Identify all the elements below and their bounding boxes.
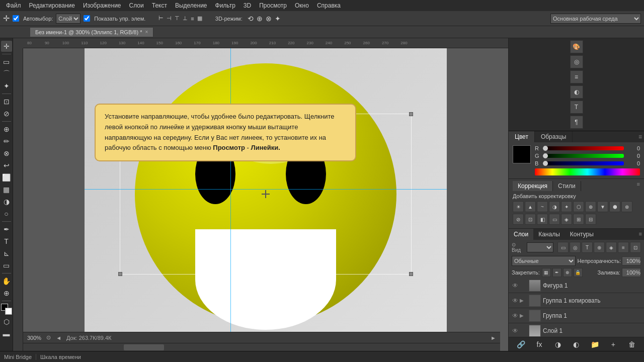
timeline-label[interactable]: Шкала времени xyxy=(36,354,81,360)
threshold-icon[interactable]: ◧ xyxy=(537,214,548,225)
green-slider[interactable] xyxy=(543,154,624,158)
channels-tab[interactable]: Каналы xyxy=(533,229,565,240)
posterize-icon[interactable]: ⊡ xyxy=(525,214,536,225)
spectrum-bar[interactable] xyxy=(535,168,640,175)
layers-icon[interactable]: ≡ xyxy=(570,70,583,83)
menu-window[interactable]: Окно xyxy=(291,1,313,10)
invert-icon[interactable]: ⊘ xyxy=(513,214,524,225)
layer-expand-icon[interactable]: ▶ xyxy=(520,313,527,318)
vibrance-icon[interactable]: ✦ xyxy=(561,201,572,212)
menu-select[interactable]: Выделение xyxy=(171,1,211,10)
magic-wand-tool[interactable]: ✦ xyxy=(1,80,12,92)
menu-edit[interactable]: Редактирование xyxy=(25,1,79,10)
blend-mode-select[interactable]: Обычные xyxy=(512,256,576,266)
samples-tab[interactable]: Образцы xyxy=(535,131,573,142)
clone-tool[interactable]: ⊗ xyxy=(1,148,12,159)
menu-layers[interactable]: Слои xyxy=(125,1,148,10)
layers-menu-icon[interactable]: ≡ xyxy=(637,229,644,240)
mini-bridge-label[interactable]: Mini Bridge xyxy=(4,354,36,360)
paths-tab[interactable]: Контуры xyxy=(565,229,599,240)
selection-handle-bl[interactable] xyxy=(118,272,122,276)
blue-slider[interactable] xyxy=(543,161,624,165)
layer-icon-6[interactable]: ≡ xyxy=(618,242,629,253)
select-color-icon[interactable]: ◈ xyxy=(561,214,572,225)
layer-visibility-icon[interactable]: 👁 xyxy=(511,297,520,304)
layer-delete-btn[interactable]: 🗑 xyxy=(627,339,637,349)
heal-tool[interactable]: ⊕ xyxy=(1,124,12,135)
shape-tool[interactable]: ▭ xyxy=(1,260,12,271)
path-tool[interactable]: ⊾ xyxy=(1,248,12,259)
layer-item[interactable]: 👁 ▶ Группа 1 копировать xyxy=(509,293,644,308)
color-swatch[interactable] xyxy=(513,145,531,163)
selection-handle-br[interactable] xyxy=(409,272,413,276)
menu-text[interactable]: Текст xyxy=(148,1,171,10)
menu-3d[interactable]: 3D xyxy=(239,1,255,10)
scrollbar-thumb-h[interactable] xyxy=(124,344,164,350)
layers-tab[interactable]: Слои xyxy=(509,229,533,240)
layer-link-btn[interactable]: 🔗 xyxy=(516,339,526,349)
layer-icon-1[interactable]: ▭ xyxy=(557,242,569,253)
show-controls-checkbox[interactable] xyxy=(84,15,90,22)
layer-style-btn[interactable]: fx xyxy=(534,339,544,349)
distribute-icon[interactable]: ≡ xyxy=(191,16,194,22)
scroll-left-btn[interactable]: ◄ xyxy=(56,335,61,341)
layer-adjust-btn[interactable]: ◐ xyxy=(571,339,581,349)
correction-menu-icon[interactable]: ≡ xyxy=(637,181,640,191)
menu-help[interactable]: Справка xyxy=(313,1,345,10)
lock-position-icon[interactable]: ✒ xyxy=(552,268,561,277)
paragraph-icon[interactable]: ¶ xyxy=(570,116,583,129)
layer-icon-5[interactable]: ◈ xyxy=(606,242,617,253)
correction-tab[interactable]: Коррекция xyxy=(513,181,553,191)
scrollbar-horizontal[interactable] xyxy=(23,343,500,351)
colorbalance-icon[interactable]: ⊕ xyxy=(585,201,596,212)
layer-group-btn[interactable]: 📁 xyxy=(590,339,600,349)
selection-handle-tr[interactable] xyxy=(409,112,413,116)
layer-icon-4[interactable]: ⊕ xyxy=(594,242,605,253)
hand-tool[interactable]: ✋ xyxy=(1,276,12,287)
panel-menu-icon[interactable]: ≡ xyxy=(636,131,644,142)
move-tool[interactable]: ✛ xyxy=(1,41,12,52)
zoom-tool[interactable]: ⊕ xyxy=(1,288,12,299)
opacity-input[interactable] xyxy=(622,256,641,265)
3d-icon-3[interactable]: ⊗ xyxy=(266,15,272,23)
align-left-icon[interactable]: ⊢ xyxy=(158,15,164,22)
levels-icon[interactable]: ▲ xyxy=(525,201,536,212)
photo-filter-icon[interactable]: ⬢ xyxy=(609,201,620,212)
text-tool[interactable]: T xyxy=(1,236,12,247)
align-right-icon[interactable]: ⊤ xyxy=(175,15,180,22)
canvas-area[interactable]: Установите направляющие, чтобы удобнее б… xyxy=(23,48,508,340)
red-slider[interactable] xyxy=(543,146,624,150)
pen-tool[interactable]: ✒ xyxy=(1,224,12,235)
foreground-background-colors[interactable] xyxy=(1,304,12,315)
history-icon[interactable]: ◎ xyxy=(570,55,583,68)
layer-icon-2[interactable]: ◎ xyxy=(570,242,581,253)
bw-icon[interactable]: ▼ xyxy=(597,201,608,212)
layer-new-btn[interactable]: + xyxy=(608,339,618,349)
curves-icon[interactable]: ~ xyxy=(537,201,548,212)
menu-view[interactable]: Просмотр xyxy=(255,1,291,10)
history-tool[interactable]: ↩ xyxy=(1,160,12,171)
crop-tool[interactable]: ⊡ xyxy=(1,96,12,107)
menu-image[interactable]: Изображение xyxy=(79,1,125,10)
blur-tool[interactable]: ◑ xyxy=(1,196,12,207)
fill-input[interactable] xyxy=(622,268,641,277)
gradient-tool[interactable]: ▦ xyxy=(1,184,12,195)
menu-filter[interactable]: Фильтр xyxy=(211,1,239,10)
3d-icon-2[interactable]: ⊕ xyxy=(257,15,263,23)
layer-mask-btn[interactable]: ◑ xyxy=(553,339,563,349)
layer-item[interactable]: 👁 Слой 1 xyxy=(509,323,644,337)
lock-pixels-icon[interactable]: ▦ xyxy=(542,268,551,277)
color-tab[interactable]: Цвет xyxy=(509,131,535,142)
marquee-tool[interactable]: ▭ xyxy=(1,56,12,67)
layer-item[interactable]: 👁 Фигура 1 xyxy=(509,278,644,293)
text-icon2[interactable]: T xyxy=(570,101,583,114)
3d-icon-1[interactable]: ⟲ xyxy=(248,15,254,23)
layer-icon-3[interactable]: T xyxy=(582,242,593,253)
layer-visibility-icon[interactable]: 👁 xyxy=(511,282,520,289)
document-tab-close[interactable]: × xyxy=(145,29,148,35)
layer-visibility-icon[interactable]: 👁 xyxy=(511,312,520,319)
layer-item[interactable]: 👁 ▶ Группа 1 xyxy=(509,308,644,323)
quick-mask-btn[interactable]: ⬡ xyxy=(1,316,12,327)
lasso-tool[interactable]: ⌒ xyxy=(1,68,12,79)
screen-mode-btn[interactable]: ▬ xyxy=(1,328,12,339)
